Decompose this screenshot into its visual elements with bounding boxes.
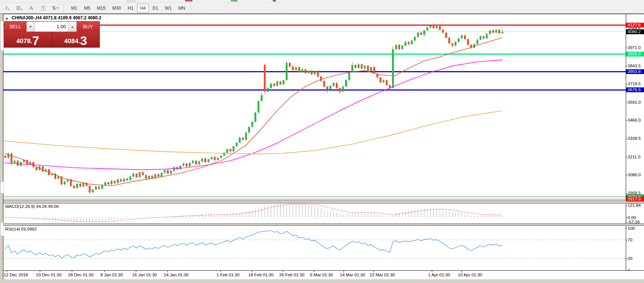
volume-increase-button[interactable]: ▲ [68,22,76,32]
left-gutter-handle[interactable] [0,21,3,51]
date-label: 1 Apr 01:30 [428,273,450,277]
macd-tick [626,205,627,206]
macd-name: MACD(12,26,9) [5,204,35,209]
left-gutter-handle[interactable] [0,222,3,236]
price-tick [626,175,627,175]
sell-price-tile[interactable]: 4078.7 [4,32,52,47]
buy-price-tile[interactable]: 4084.3 [52,32,100,47]
fibonacci-tool-icon[interactable]: ☰F [14,3,25,13]
rsi-line [5,231,503,258]
macd-histogram [5,204,503,222]
clipped-button [231,0,237,1]
date-tick [136,271,136,272]
ma-fast [4,38,502,186]
left-gutter-handle[interactable] [0,181,3,193]
macd-tick [626,222,627,222]
price-tick-label: 3338.5 [628,136,644,141]
arrow-objects-tool-icon[interactable]: ⇅▾ [50,3,60,13]
rsi-name: RSI(14) [5,227,20,231]
date-tick [7,271,7,272]
toolbar-separator [191,4,193,12]
date-tick [104,271,105,272]
price-tick [626,48,627,48]
toolbar: ⫽E☰FAT⇅▾ M1M5M15M30H1H4D1W1MN [0,3,644,14]
timeframe-button-m30[interactable]: M30 [109,4,124,13]
date-tick [40,271,40,272]
price-scale[interactable]: 4098.53971.03843.53718.53591.03466.03338… [626,14,644,279]
date-tick [283,271,283,272]
drawing-tools-group: ⫽E☰FAT⇅▾ [0,3,62,13]
price-tick-label: 3086.0 [628,173,644,177]
text-label-tool-icon[interactable]: A [26,3,36,13]
time-axis[interactable]: 12 Dec 201820 Dec 01:3028 Dec 01:308 Jan… [3,270,644,279]
level-price-marker: 2917.0 [626,197,644,202]
sell-price-pips: 7 [32,34,39,47]
price-tick-label: 3591.0 [628,100,644,105]
symbol-period: CHINA300-,H4 [12,15,42,20]
timeframe-button-m15[interactable]: M15 [94,4,108,13]
timeframe-button-m5[interactable]: M5 [81,4,93,13]
clipped-button [185,0,192,1]
timeframe-button-h1[interactable]: H1 [125,4,136,13]
price-chart[interactable] [3,14,626,270]
price-tick-label: 3971.0 [628,45,644,50]
volume-decrease-button[interactable]: ▼ [26,22,35,32]
rsi-tick [626,240,627,240]
macd-label: MACD(12,26,9) 44.26 49.06 [5,204,59,209]
collapse-triangle-icon[interactable]: ▲ [5,16,9,20]
price-tick [626,66,627,66]
text-box-tool-icon[interactable]: T [38,3,48,13]
draw-channel-tool-icon[interactable]: ⫽E [2,3,13,13]
timeframe-button-w1[interactable]: W1 [162,4,175,13]
clipped-button [127,0,136,2]
date-label: 8 Jan 01:30 [101,273,123,277]
price-tick-label: 3718.5 [628,81,644,86]
price-tick [626,120,627,120]
date-tick [72,271,72,272]
date-tick [252,271,252,272]
date-label: 26 Feb 01:30 [279,273,305,277]
sell-price: 4078. [16,36,32,47]
date-tick [314,271,314,272]
date-label: 12 Dec 2018 [4,273,28,277]
date-tick [220,271,221,272]
panel-separator[interactable] [3,200,644,203]
level-price-marker: 3803.8 [626,69,644,74]
date-label: 10 Apr 01:30 [458,273,482,277]
price-tick [626,84,627,84]
price-tick [626,193,627,194]
one-click-trading-panel: SELL ▼ ▲ BUY 4078.7 4084.3 [4,21,100,48]
timeframe-button-m1[interactable]: M1 [68,4,80,13]
macd-values: 44.26 49.06 [36,204,59,209]
macd-tick [626,218,627,218]
macd-signal-line [5,204,503,222]
level-price-marker: 3926.0 [626,52,644,57]
rsi-scale-label: 100 [628,226,644,231]
ma-mid [4,60,502,170]
macd-scale-label: -57.26 [628,220,644,225]
date-tick [462,271,462,272]
panel-separator[interactable] [3,223,644,226]
clipped-button [273,0,276,1]
price-tick-label: 3466.0 [628,118,644,123]
date-label: 22 Mar 01:30 [370,273,395,277]
timeframe-button-d1[interactable]: D1 [150,4,161,13]
mt4-window: ⫽E☰FAT⇅▾ M1M5M15M30H1H4D1W1MN ▲ CHINA300… [0,0,644,283]
level-price-marker: 3676.5 [626,87,644,92]
toolbar-separator [63,4,66,12]
price-tick [626,139,627,139]
timeframe-button-mn[interactable]: MN [175,4,188,13]
macd-scale-label: 121.84 [628,203,644,208]
date-label: 14 Mar 01:30 [340,273,365,277]
buy-button[interactable]: BUY [77,22,99,32]
date-label: 28 Dec 01:30 [68,273,93,277]
ohlc-values: 4071.8 4109.9 4067.2 4080.2 [43,15,101,20]
sell-button[interactable]: SELL [4,22,26,32]
volume-input[interactable] [35,22,68,32]
level-price-marker: 4127.6 [626,23,644,28]
price-tick [626,157,627,157]
rsi-scale-label: 30 [628,256,644,261]
timeframe-button-h4[interactable]: H4 [137,4,149,13]
current-price-marker: 4080.2 [626,29,644,34]
rsi-tick [626,258,627,259]
